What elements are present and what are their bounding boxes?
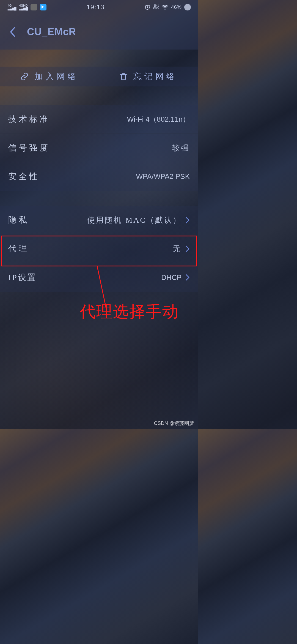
profile-icon	[184, 4, 191, 10]
trash-icon	[120, 72, 127, 81]
signal-sim1: 4G▂▄▆█	[8, 4, 16, 10]
status-clock: 19:13	[86, 3, 104, 11]
signal-sim2: 4GHD▂▄▆█	[19, 4, 28, 10]
status-bar: 4G▂▄▆█ 4GHD▂▄▆█ 19:13 19.1KB/s 46%	[0, 0, 198, 14]
status-left: 4G▂▄▆█ 4GHD▂▄▆█	[8, 4, 46, 10]
status-right: 19.1KB/s 46%	[144, 4, 191, 10]
row-ip-settings[interactable]: IP设置 DHCP	[0, 263, 198, 292]
page-title: CU_EMcR	[27, 26, 76, 38]
ip-settings-value-wrap: DHCP	[161, 273, 190, 282]
chevron-right-icon	[185, 245, 190, 252]
proxy-value-wrap: 无	[173, 244, 190, 254]
security-label: 安全性	[8, 171, 40, 182]
privacy-value: 使用随机 MAC（默认）	[87, 215, 182, 225]
sim2-label: 4GHD	[19, 4, 28, 7]
actions-row: 加入网络 忘记网络	[0, 50, 198, 86]
row-tech-standard: 技术标准 Wi-Fi 4（802.11n）	[0, 105, 198, 134]
title-bar: CU_EMcR	[0, 14, 198, 50]
back-button[interactable]	[8, 26, 18, 37]
proxy-label: 代理	[8, 243, 29, 254]
row-signal-strength: 信号强度 较强	[0, 134, 198, 162]
alarm-icon	[144, 4, 150, 10]
ip-settings-value: DHCP	[161, 273, 182, 282]
notif-icon-app-b	[40, 4, 46, 10]
privacy-value-wrap: 使用随机 MAC（默认）	[87, 215, 190, 225]
chevron-right-icon	[185, 217, 190, 224]
chevron-left-icon	[9, 26, 16, 37]
row-proxy[interactable]: 代理 无	[0, 234, 198, 263]
sim1-label: 4G	[8, 4, 12, 7]
privacy-label: 隐私	[8, 214, 29, 226]
ip-settings-label: IP设置	[8, 272, 37, 283]
network-details-list: 技术标准 Wi-Fi 4（802.11n） 信号强度 较强 安全性 WPA/WP…	[0, 86, 198, 292]
signal-strength-label: 信号强度	[8, 142, 50, 154]
notif-icon-app-a	[31, 4, 37, 10]
forget-network-label: 忘记网络	[133, 71, 177, 82]
row-security: 安全性 WPA/WPA2 PSK	[0, 162, 198, 191]
chevron-right-icon	[185, 274, 190, 281]
battery-percent: 46%	[171, 4, 182, 10]
join-network-button[interactable]: 加入网络	[0, 67, 99, 86]
net-speed-unit: KB/s	[153, 7, 159, 10]
proxy-value: 无	[173, 244, 182, 254]
annotation-text: 代理选择手动	[80, 301, 179, 323]
link-icon	[20, 72, 29, 81]
tech-standard-value: Wi-Fi 4（802.11n）	[127, 114, 190, 124]
watermark: CSDN @紫藤幽梦	[154, 420, 194, 427]
forget-network-button[interactable]: 忘记网络	[99, 67, 198, 86]
join-network-label: 加入网络	[35, 71, 79, 82]
security-value: WPA/WPA2 PSK	[136, 172, 190, 181]
tech-standard-label: 技术标准	[8, 114, 50, 125]
wifi-icon	[162, 4, 168, 10]
net-speed: 19.1KB/s	[153, 4, 159, 10]
row-privacy[interactable]: 隐私 使用随机 MAC（默认）	[0, 206, 198, 234]
signal-strength-value: 较强	[172, 143, 190, 153]
